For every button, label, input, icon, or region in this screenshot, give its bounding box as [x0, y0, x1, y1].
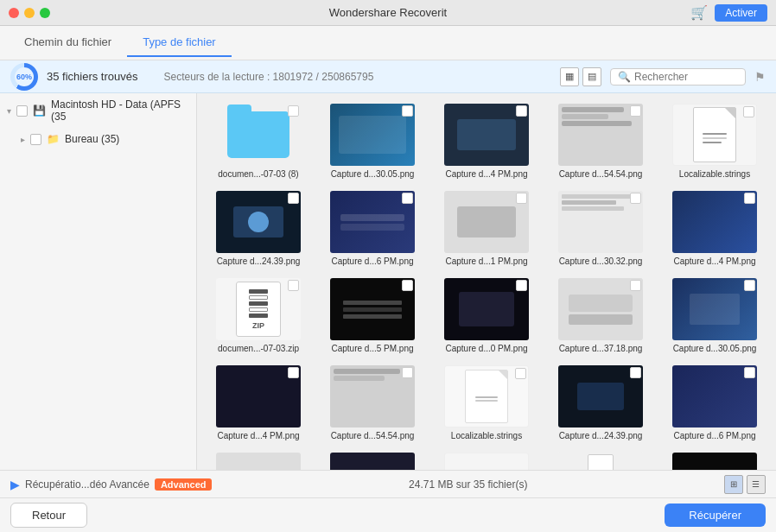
search-icon: 🔍 — [618, 71, 631, 83]
file-checkbox[interactable] — [288, 105, 299, 117]
list-item[interactable] — [432, 449, 541, 470]
tab-chemin[interactable]: Chemin du fichier — [9, 28, 127, 57]
file-checkbox[interactable] — [288, 280, 299, 291]
sidebar-item-bureau[interactable]: ▸ 📁 Bureau (35) — [0, 128, 196, 150]
list-item[interactable]: Capture d...5 PM.png — [318, 275, 427, 357]
minimize-button[interactable] — [24, 8, 35, 18]
file-checkbox[interactable] — [743, 106, 754, 117]
cart-icon[interactable]: 🛒 — [690, 4, 708, 21]
file-checkbox[interactable] — [744, 367, 755, 378]
file-name: Capture d...30.05.png — [673, 344, 757, 353]
file-checkbox[interactable] — [402, 105, 413, 117]
file-checkbox[interactable] — [744, 280, 755, 291]
list-item[interactable]: Capture d...24.39.png — [546, 362, 655, 444]
file-thumbnail — [330, 278, 415, 340]
search-input[interactable] — [634, 71, 738, 83]
file-name: Capture d...24.39.png — [559, 431, 643, 440]
folder-icon: 📁 — [47, 133, 60, 145]
file-checkbox[interactable] — [402, 280, 413, 291]
list-item[interactable]: Localizable.strings — [660, 100, 769, 182]
file-checkbox[interactable] — [402, 193, 413, 204]
list-item[interactable]: Capture d...6 PM.png — [660, 362, 769, 444]
bureau-checkbox[interactable] — [30, 134, 41, 145]
status-size: 24.71 MB sur 35 fichier(s) — [409, 478, 527, 491]
found-label: 35 fichiers trouvés — [47, 70, 138, 83]
file-name: Capture d...30.32.png — [559, 256, 643, 266]
file-name: Capture d...37.18.png — [559, 344, 643, 353]
list-item[interactable]: Capture d...0 PM.png — [432, 275, 541, 357]
filter-icon[interactable]: ⚑ — [754, 70, 766, 84]
list-item[interactable] — [204, 449, 313, 470]
file-thumbnail — [216, 453, 301, 470]
list-item[interactable]: Capture d...24.39.png — [204, 187, 313, 269]
file-checkbox[interactable] — [288, 367, 299, 378]
view-icons: ▦ ▤ — [560, 67, 601, 86]
app-title: Wondershare Recoverit — [329, 6, 447, 19]
list-item[interactable]: Capture d...30.05.png — [318, 100, 427, 182]
file-checkbox[interactable] — [630, 367, 641, 378]
file-name: Capture d...54.54.png — [559, 169, 643, 179]
file-checkbox[interactable] — [744, 193, 755, 204]
file-thumbnail — [216, 191, 301, 253]
list-item[interactable]: Capture d...54.54.png — [546, 100, 655, 182]
sidebar-item-hdd[interactable]: ▾ 💾 Macintosh HD - Data (APFS (35 — [0, 93, 196, 128]
file-name: Capture d...4 PM.png — [445, 169, 527, 179]
file-checkbox[interactable] — [288, 193, 299, 204]
file-checkbox[interactable] — [630, 105, 641, 117]
file-thumbnail — [444, 104, 529, 166]
file-name: Capture d...0 PM.png — [445, 344, 527, 353]
list-item[interactable]: Capture d...54.54.png — [318, 362, 427, 444]
close-button[interactable] — [9, 8, 19, 18]
progress-bar: 60% 35 fichiers trouvés Secteurs de la l… — [0, 60, 776, 93]
file-name: Capture d...4 PM.png — [673, 256, 755, 266]
file-checkbox[interactable] — [630, 280, 641, 291]
status-bar: ▶ Récupératio...déo Avancée Advanced 24.… — [0, 470, 776, 497]
file-checkbox[interactable] — [402, 367, 413, 378]
view-icon-1[interactable]: ▦ — [560, 67, 579, 86]
list-item[interactable]: documen...-07-03 (8) — [204, 100, 313, 182]
grid-view-controls: ⊞ ☰ — [724, 475, 766, 494]
file-thumbnail — [330, 104, 415, 166]
view-icon-2[interactable]: ▤ — [582, 67, 601, 86]
list-item[interactable]: Capture d...4 PM.png — [432, 100, 541, 182]
advanced-badge: Advanced — [155, 478, 213, 491]
file-thumbnail — [216, 365, 301, 428]
list-item[interactable] — [546, 449, 655, 470]
maximize-button[interactable] — [40, 8, 50, 18]
file-checkbox[interactable] — [516, 105, 527, 117]
list-view-button[interactable]: ☰ — [747, 475, 766, 494]
recuperer-button[interactable]: Récupérer — [665, 504, 766, 527]
list-item[interactable]: Capture d...4 PM.png — [204, 362, 313, 444]
list-item[interactable]: Capture d...30.05.png — [660, 275, 769, 357]
file-checkbox[interactable] — [516, 193, 527, 204]
file-thumbnail — [558, 278, 643, 340]
hdd-icon: 💾 — [33, 104, 46, 117]
tab-type[interactable]: Type de fichier — [127, 28, 232, 57]
main-content-area: ▾ 💾 Macintosh HD - Data (APFS (35 ▸ 📁 Bu… — [0, 93, 776, 470]
list-item[interactable]: Capture d...6 PM.png — [318, 187, 427, 269]
list-item[interactable]: Capture d...30.32.png — [546, 187, 655, 269]
activer-button[interactable]: Activer — [715, 4, 767, 22]
file-thumbnail — [672, 104, 757, 166]
file-checkbox[interactable] — [630, 193, 641, 204]
list-item[interactable]: ZIP documen...-07-03.zip — [204, 275, 313, 357]
grid-view-button[interactable]: ⊞ — [724, 475, 743, 494]
file-checkbox[interactable] — [516, 280, 527, 291]
list-item[interactable]: Capture d...1 PM.png — [432, 187, 541, 269]
list-item[interactable]: Capture d...37.18.png — [546, 275, 655, 357]
recovery-icon: ▶ — [10, 478, 20, 491]
file-thumbnail — [558, 191, 643, 253]
hdd-checkbox[interactable] — [16, 105, 28, 117]
file-thumbnail — [330, 453, 415, 470]
list-item[interactable]: Capture d...4 PM.png — [660, 187, 769, 269]
file-thumbnail: ZIP — [216, 278, 301, 340]
retour-button[interactable]: Retour — [10, 503, 87, 528]
chevron-down-icon: ▾ — [7, 106, 11, 116]
recovery-text: Récupératio...déo Avancée — [25, 478, 149, 491]
content-area: documen...-07-03 (8) Capture d...30.05.p… — [197, 93, 776, 470]
list-item[interactable] — [660, 449, 769, 470]
file-name: Capture d...1 PM.png — [445, 256, 527, 266]
file-checkbox[interactable] — [515, 368, 526, 379]
list-item[interactable]: Localizable.strings — [432, 362, 541, 444]
list-item[interactable] — [318, 449, 427, 470]
